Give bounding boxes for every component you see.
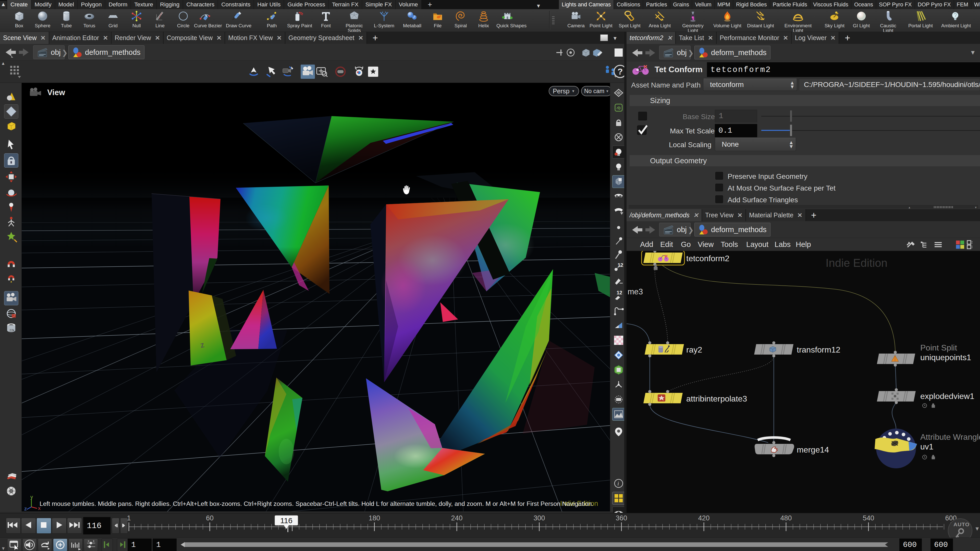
svg-text:420: 420 — [698, 514, 710, 522]
svg-text:ray2: ray2 — [686, 345, 702, 354]
svg-text:480: 480 — [780, 514, 792, 522]
svg-text:z: z — [24, 506, 27, 511]
svg-text:1: 1 — [127, 514, 130, 522]
svg-text:240: 240 — [451, 514, 463, 522]
svg-text:Attribute Wrangle: Attribute Wrangle — [920, 432, 980, 441]
svg-text:22k: 22k — [10, 329, 14, 332]
svg-text:attribinterpolate3: attribinterpolate3 — [686, 394, 747, 403]
svg-text:Point Split: Point Split — [920, 343, 957, 352]
svg-text:explodedview1: explodedview1 — [920, 392, 974, 401]
svg-text:300: 300 — [533, 514, 545, 522]
svg-text:360: 360 — [616, 514, 627, 522]
svg-text:60: 60 — [206, 514, 213, 522]
svg-text:merge14: merge14 — [797, 445, 829, 454]
svg-text:i: i — [617, 480, 619, 487]
svg-text:transform12: transform12 — [797, 345, 840, 354]
svg-text:12: 12 — [617, 290, 622, 295]
svg-text:116: 116 — [280, 516, 293, 525]
svg-text:180: 180 — [369, 514, 380, 522]
svg-text:uv1: uv1 — [920, 442, 934, 451]
svg-text:uniquepoints1: uniquepoints1 — [920, 353, 971, 362]
svg-text:540: 540 — [862, 514, 874, 522]
svg-text:tetconform2: tetconform2 — [686, 254, 729, 263]
svg-text:y: y — [30, 495, 33, 500]
